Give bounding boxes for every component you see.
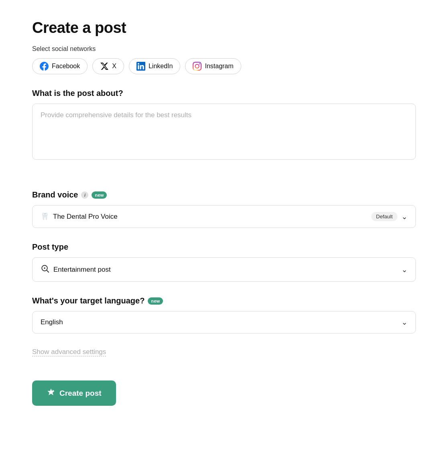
post-type-dropdown-left: Entertainment post: [41, 264, 111, 275]
brand-voice-dropdown[interactable]: 🦷 The Dental Pro Voice Default ⌄: [32, 205, 416, 228]
target-language-label: What's your target language? new: [32, 296, 416, 305]
show-advanced-settings-link[interactable]: Show advanced settings: [32, 348, 106, 356]
post-type-dropdown[interactable]: Entertainment post ⌄: [32, 257, 416, 282]
post-about-label: What is the post about?: [32, 89, 416, 98]
post-type-icon: [41, 264, 49, 275]
brand-voice-info-icon[interactable]: i: [81, 191, 88, 199]
linkedin-pill[interactable]: LinkedIn: [129, 58, 181, 74]
post-type-chevron-icon: ⌄: [401, 265, 407, 274]
create-post-label: Create post: [59, 389, 102, 398]
svg-point-2: [44, 267, 45, 269]
instagram-icon: [193, 62, 202, 71]
target-language-new-badge: new: [148, 297, 163, 305]
facebook-icon: [40, 62, 49, 71]
target-language-chevron-icon: ⌄: [401, 318, 407, 327]
post-about-section: What is the post about?: [32, 89, 416, 176]
linkedin-icon: [136, 62, 145, 71]
brand-voice-value: The Dental Pro Voice: [53, 213, 118, 221]
post-type-section: Post type Entertainment post ⌄: [32, 242, 416, 282]
brand-voice-dropdown-left: 🦷 The Dental Pro Voice: [41, 212, 118, 221]
instagram-label: Instagram: [205, 63, 233, 70]
page-title: Create a post: [32, 19, 416, 37]
target-language-section: What's your target language? new English…: [32, 296, 416, 334]
target-language-value: English: [41, 318, 63, 326]
facebook-label: Facebook: [52, 63, 80, 70]
brand-voice-default-badge: Default: [371, 212, 397, 221]
target-language-dropdown[interactable]: English ⌄: [32, 311, 416, 334]
svg-line-1: [47, 270, 49, 272]
create-post-button[interactable]: Create post: [32, 380, 116, 406]
x-icon: [100, 62, 109, 71]
x-label: X: [112, 63, 116, 70]
brand-voice-section: Brand voice i new 🦷 The Dental Pro Voice…: [32, 190, 416, 228]
linkedin-label: LinkedIn: [149, 63, 173, 70]
advanced-settings-wrapper: Show advanced settings: [32, 348, 416, 369]
facebook-pill[interactable]: Facebook: [32, 58, 88, 74]
social-networks-container: Facebook X LinkedIn: [32, 58, 416, 74]
post-type-label: Post type: [32, 242, 416, 252]
brand-voice-label: Brand voice i new: [32, 190, 416, 199]
post-type-value: Entertainment post: [53, 266, 111, 274]
social-networks-label: Select social networks: [32, 45, 416, 53]
brand-voice-chevron-icon: ⌄: [401, 212, 407, 221]
create-post-icon: [47, 388, 55, 399]
brand-voice-dropdown-right: Default ⌄: [371, 212, 407, 221]
x-pill[interactable]: X: [92, 58, 124, 74]
brand-voice-emoji: 🦷: [41, 212, 49, 221]
post-about-input[interactable]: [32, 104, 416, 160]
brand-voice-new-badge: new: [92, 191, 107, 199]
instagram-pill[interactable]: Instagram: [185, 58, 241, 74]
